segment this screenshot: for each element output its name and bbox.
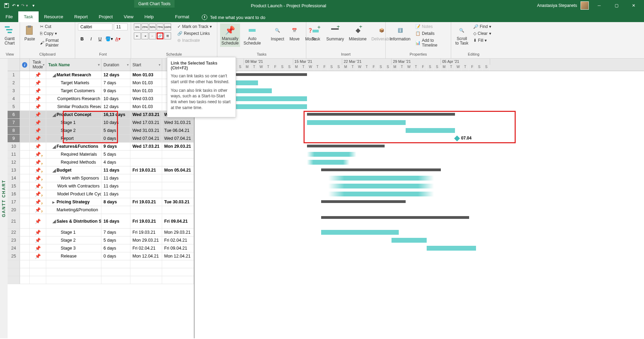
- cell-task-name[interactable]: ◢Product Concept: [46, 111, 101, 118]
- tell-me-search[interactable]: Tell me what you want to do: [202, 14, 265, 22]
- clear-button[interactable]: ◇Clear ▾: [472, 30, 493, 37]
- cell-info[interactable]: [20, 127, 30, 134]
- cell-info[interactable]: [20, 236, 30, 244]
- table-row[interactable]: 24📌Stage 36 daysFri 02.04.21Fri 09.04.21: [8, 244, 194, 252]
- cell-start[interactable]: Wed 17.03.21: [130, 111, 162, 118]
- redo-icon[interactable]: ↷ ▾: [21, 2, 28, 9]
- cell-finish[interactable]: [162, 182, 194, 190]
- table-row[interactable]: 14📌Work with Sponsors11 days: [8, 174, 194, 182]
- copy-button[interactable]: ⎘Copy ▾: [39, 30, 72, 37]
- cell-duration[interactable]: 9 days: [101, 87, 130, 95]
- cell-mode[interactable]: 📌: [30, 71, 46, 79]
- row-number[interactable]: 8: [8, 127, 20, 134]
- table-row[interactable]: 6📌◢Product Concept16,13 daysWed 17.03.21…: [8, 111, 194, 119]
- inactivate-button[interactable]: ⊖Inactivate: [176, 37, 213, 43]
- gantt-summary-bar[interactable]: [321, 168, 441, 171]
- cell-start[interactable]: Fri 19.03.21: [130, 214, 162, 228]
- row-number[interactable]: 13: [8, 166, 20, 174]
- tab-view[interactable]: View: [118, 11, 139, 22]
- cell-finish[interactable]: Mon 12.04.21: [162, 252, 194, 260]
- cell-task-name[interactable]: Similar Products Research: [46, 103, 101, 110]
- cell-task-name[interactable]: ◢Features&Functions: [46, 143, 101, 150]
- table-row[interactable]: 23📌Stage 25 daysMon 29.03.21Fri 02.04.21: [8, 236, 194, 244]
- pct-25-button[interactable]: 25%: [141, 23, 148, 30]
- tab-project[interactable]: Project: [93, 11, 118, 22]
- scroll-to-task-button[interactable]: 🔍Scroll to Task: [454, 23, 470, 47]
- cell-info[interactable]: [20, 190, 30, 198]
- gantt-milestone[interactable]: [454, 136, 460, 142]
- cell-task-name[interactable]: Required Methods: [46, 158, 101, 166]
- cell-mode[interactable]: 📌: [30, 166, 46, 174]
- gantt-task-bar[interactable]: [406, 128, 455, 133]
- col-info[interactable]: i: [20, 59, 30, 71]
- table-row[interactable]: [8, 276, 194, 284]
- cell-finish[interactable]: [162, 158, 194, 166]
- cell-info[interactable]: [20, 244, 30, 252]
- cell-info[interactable]: [20, 135, 30, 142]
- bold-button[interactable]: B: [78, 35, 86, 43]
- cell-finish[interactable]: [162, 190, 194, 198]
- cell-finish[interactable]: Wed 07.04.21: [162, 135, 194, 142]
- table-row[interactable]: 25📌Release0 daysMon 12.04.21Mon 12.04.21: [8, 252, 194, 260]
- move-left-button[interactable]: ←: [149, 32, 156, 39]
- save-icon[interactable]: [3, 2, 10, 9]
- row-number[interactable]: 20: [8, 206, 20, 214]
- table-row[interactable]: 16📌Model Product Life Cycle11 days: [8, 190, 194, 198]
- table-row[interactable]: 20📌Marketing&Promotion: [8, 206, 194, 214]
- minimize-icon[interactable]: ─: [592, 1, 606, 10]
- row-number[interactable]: 14: [8, 174, 20, 182]
- cell-start[interactable]: [130, 190, 162, 198]
- cell-start[interactable]: [130, 182, 162, 190]
- cell-info[interactable]: [20, 206, 30, 214]
- cell-start[interactable]: Mon 01.03: [130, 103, 162, 110]
- col-task-name[interactable]: Task Name: [46, 59, 101, 71]
- cell-start[interactable]: Mon 01.03: [130, 71, 162, 79]
- row-number[interactable]: 3: [8, 87, 20, 95]
- cell-info[interactable]: [20, 103, 30, 110]
- auto-schedule-button[interactable]: Auto Schedule: [242, 23, 262, 47]
- cell-duration[interactable]: 7 days: [101, 79, 130, 87]
- gantt-summary-bar[interactable]: [307, 113, 455, 116]
- tab-task[interactable]: Task: [18, 11, 39, 22]
- cell-finish[interactable]: [162, 206, 194, 214]
- cell-info[interactable]: [20, 151, 30, 158]
- table-row[interactable]: 15📌Work with Contractors11 days: [8, 182, 194, 190]
- cut-button[interactable]: ✂Cut: [39, 23, 72, 30]
- cell-info[interactable]: [20, 87, 30, 95]
- fill-button[interactable]: ⬇Fill ▾: [472, 37, 493, 43]
- cell-duration[interactable]: 12 days: [101, 103, 130, 110]
- cell-start[interactable]: Wed 31.03.21: [130, 127, 162, 134]
- cell-duration[interactable]: 7 days: [101, 229, 130, 236]
- cell-mode[interactable]: 📌: [30, 79, 46, 87]
- cell-start[interactable]: [130, 151, 162, 158]
- row-number[interactable]: 22: [8, 229, 20, 236]
- cell-task-name[interactable]: Model Product Life Cycle: [46, 190, 101, 198]
- cell-task-name[interactable]: Stage 2: [46, 127, 101, 134]
- font-size-select[interactable]: [114, 23, 128, 30]
- cell-finish[interactable]: [162, 151, 194, 158]
- cell-duration[interactable]: 8 days: [101, 198, 130, 206]
- fill-color-button[interactable]: 🪣▾: [105, 35, 113, 43]
- cell-start[interactable]: [130, 158, 162, 166]
- cell-task-name[interactable]: Stage 3: [46, 244, 101, 252]
- cell-finish[interactable]: Wed 31.03.21: [162, 119, 194, 126]
- gantt-fuzzy-bar[interactable]: [328, 184, 434, 188]
- col-rownum[interactable]: [8, 59, 20, 71]
- row-number[interactable]: 9: [8, 135, 20, 142]
- cell-task-name[interactable]: Target Markets: [46, 79, 101, 87]
- gantt-task-bar[interactable]: [427, 246, 476, 251]
- table-row[interactable]: 8📌Stage 25 daysWed 31.03.21Tue 06.04.21: [8, 127, 194, 135]
- cell-mode[interactable]: 📌: [30, 103, 46, 110]
- cell-info[interactable]: [20, 174, 30, 182]
- table-row[interactable]: 7📌Stage 110 daysWed 17.03.21Wed 31.03.21: [8, 119, 194, 127]
- cell-info[interactable]: [20, 229, 30, 236]
- tab-report[interactable]: Report: [69, 11, 93, 22]
- cell-duration[interactable]: 16,13 days: [101, 111, 130, 118]
- cell-mode[interactable]: 📌: [30, 206, 46, 214]
- cell-duration[interactable]: 11 days: [101, 190, 130, 198]
- cell-duration[interactable]: 11 days: [101, 174, 130, 182]
- gantt-summary-bar[interactable]: [321, 200, 406, 203]
- cell-finish[interactable]: Mon 05.04.21: [162, 166, 194, 174]
- pct-75-button[interactable]: 75%: [157, 23, 164, 30]
- cell-task-name[interactable]: ▸Pricing Strategy: [46, 198, 101, 206]
